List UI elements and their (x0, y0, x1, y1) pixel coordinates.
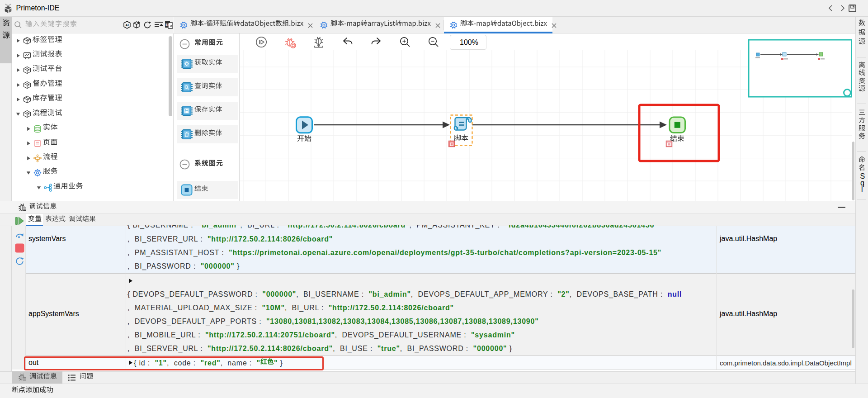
svg-text:En: En (165, 23, 169, 26)
svg-text:AI: AI (125, 23, 129, 27)
